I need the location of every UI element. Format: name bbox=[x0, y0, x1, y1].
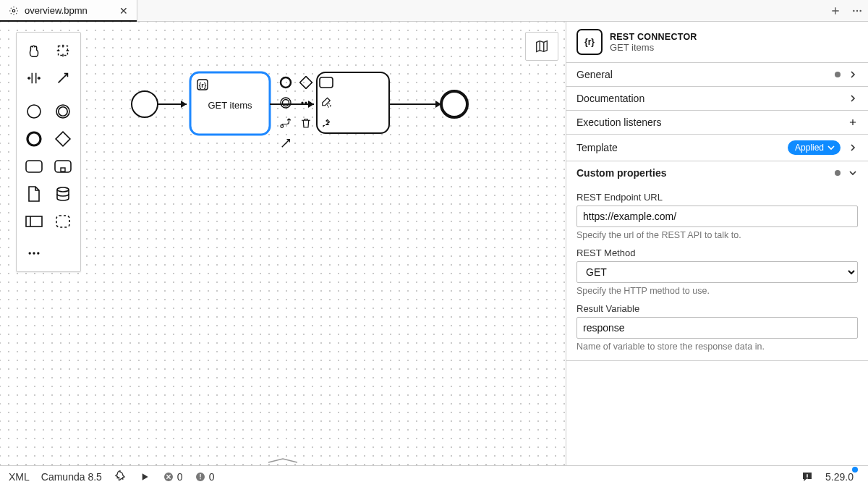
chevron-right-icon bbox=[848, 143, 858, 153]
svg-point-31 bbox=[441, 91, 467, 117]
append-task[interactable] bbox=[318, 74, 335, 91]
dot-indicator-icon bbox=[835, 72, 841, 77]
section-documentation: Documentation bbox=[566, 87, 868, 111]
new-tab-button[interactable] bbox=[825, 0, 846, 21]
svg-point-41 bbox=[281, 125, 284, 128]
method-label: REST Method bbox=[576, 247, 858, 258]
method-select[interactable]: GET bbox=[576, 261, 858, 283]
section-general-title: General bbox=[576, 69, 613, 80]
svg-point-2 bbox=[856, 9, 858, 11]
svg-point-36 bbox=[283, 100, 289, 106]
replace-type[interactable] bbox=[277, 114, 294, 132]
diagram-canvas[interactable]: GET items {r} bbox=[0, 22, 566, 465]
endpoint-input[interactable] bbox=[576, 206, 858, 227]
svg-rect-45 bbox=[200, 478, 200, 479]
connect-tool[interactable] bbox=[277, 135, 294, 152]
context-pad bbox=[277, 74, 339, 152]
sequence-flow-1[interactable] bbox=[158, 101, 187, 108]
append-end-event[interactable] bbox=[277, 74, 294, 91]
section-custom-properties-header[interactable]: Custom properties bbox=[566, 161, 868, 185]
pad-more[interactable] bbox=[297, 94, 315, 111]
start-event[interactable] bbox=[132, 91, 158, 117]
dot-indicator-icon bbox=[835, 170, 841, 176]
svg-point-32 bbox=[281, 77, 291, 88]
feedback-icon[interactable] bbox=[801, 470, 814, 483]
properties-panel: {r} REST CONNECTOR GET items General Doc… bbox=[566, 22, 868, 465]
svg-rect-33 bbox=[300, 77, 312, 89]
file-tab-overview[interactable]: overview.bpmn ✕ bbox=[0, 0, 137, 21]
end-event[interactable] bbox=[441, 91, 467, 117]
svg-point-20 bbox=[132, 91, 158, 117]
section-custom-properties-title: Custom properties bbox=[576, 167, 666, 179]
section-documentation-header[interactable]: Documentation bbox=[566, 87, 868, 110]
section-execution-listeners-title: Execution listeners bbox=[576, 117, 662, 128]
chevron-right-icon bbox=[848, 69, 858, 80]
color-picker[interactable] bbox=[318, 114, 335, 132]
svg-rect-44 bbox=[200, 474, 200, 478]
deploy-icon[interactable] bbox=[114, 470, 127, 483]
status-bar: XML Camunda 8.5 0 0 5.29.0 bbox=[0, 465, 868, 487]
template-applied-badge-label: Applied bbox=[795, 143, 824, 153]
sequence-flow-3[interactable] bbox=[389, 101, 441, 108]
add-listener-button[interactable] bbox=[848, 117, 858, 127]
warnings-indicator[interactable]: 0 bbox=[195, 471, 215, 483]
append-gateway[interactable] bbox=[297, 74, 315, 91]
svg-marker-22 bbox=[181, 101, 187, 108]
gear-icon bbox=[7, 4, 20, 17]
start-instance-icon[interactable] bbox=[138, 470, 151, 483]
section-template: Template Applied bbox=[566, 135, 868, 161]
panel-header-type: REST CONNECTOR bbox=[610, 32, 697, 42]
svg-point-37 bbox=[301, 101, 303, 103]
method-hint: Specify the HTTP method to use. bbox=[576, 286, 858, 296]
chevron-down-icon bbox=[827, 144, 835, 151]
svg-point-39 bbox=[308, 101, 310, 103]
version-text: 5.29.0 bbox=[825, 471, 854, 483]
svg-rect-47 bbox=[807, 477, 808, 478]
close-tab-button[interactable]: ✕ bbox=[118, 5, 129, 17]
template-applied-badge[interactable]: Applied bbox=[788, 140, 841, 155]
service-task-get-items[interactable]: GET items {r} bbox=[190, 72, 270, 135]
more-menu-button[interactable] bbox=[846, 0, 868, 21]
chevron-right-icon bbox=[848, 93, 858, 103]
errors-count: 0 bbox=[177, 471, 183, 483]
section-execution-listeners: Execution listeners bbox=[566, 111, 868, 135]
result-var-hint: Name of variable to store the response d… bbox=[576, 342, 858, 352]
section-custom-properties: Custom properties REST Endpoint URL Spec… bbox=[566, 161, 868, 361]
xml-toggle[interactable]: XML bbox=[9, 471, 30, 483]
warnings-count: 0 bbox=[209, 471, 215, 483]
svg-rect-46 bbox=[807, 474, 808, 477]
section-general: General bbox=[566, 63, 868, 87]
errors-indicator[interactable]: 0 bbox=[163, 471, 183, 483]
element-icon: {r} bbox=[576, 29, 603, 55]
svg-point-0 bbox=[12, 9, 15, 12]
endpoint-label: REST Endpoint URL bbox=[576, 192, 858, 203]
panel-collapse-handle[interactable] bbox=[261, 455, 305, 465]
section-template-title: Template bbox=[576, 142, 618, 153]
panel-header-name: GET items bbox=[610, 42, 697, 53]
tab-bar: overview.bpmn ✕ bbox=[0, 0, 868, 22]
svg-text:{r}: {r} bbox=[199, 82, 207, 89]
section-general-header[interactable]: General bbox=[566, 63, 868, 86]
section-documentation-title: Documentation bbox=[576, 93, 644, 104]
delete-element[interactable] bbox=[297, 114, 315, 132]
chevron-down-icon bbox=[848, 168, 858, 178]
task-label: GET items bbox=[208, 100, 252, 111]
svg-point-38 bbox=[305, 101, 307, 103]
section-template-header[interactable]: Template Applied bbox=[566, 135, 868, 161]
section-execution-listeners-header[interactable]: Execution listeners bbox=[566, 111, 868, 134]
append-intermediate-event[interactable] bbox=[277, 94, 294, 111]
svg-point-1 bbox=[853, 9, 854, 11]
file-tab-label: overview.bpmn bbox=[25, 5, 88, 16]
engine-label[interactable]: Camunda 8.5 bbox=[41, 471, 102, 483]
result-var-label: Result Variable bbox=[576, 303, 858, 314]
result-var-input[interactable] bbox=[576, 317, 858, 339]
svg-rect-34 bbox=[320, 77, 333, 88]
panel-header: {r} REST CONNECTOR GET items bbox=[566, 22, 868, 63]
svg-point-3 bbox=[859, 9, 861, 11]
endpoint-hint: Specify the url of the REST API to talk … bbox=[576, 230, 858, 240]
update-available-icon bbox=[852, 467, 858, 473]
change-type[interactable] bbox=[318, 94, 335, 111]
version-label[interactable]: 5.29.0 bbox=[825, 471, 859, 483]
svg-point-40 bbox=[328, 104, 331, 108]
